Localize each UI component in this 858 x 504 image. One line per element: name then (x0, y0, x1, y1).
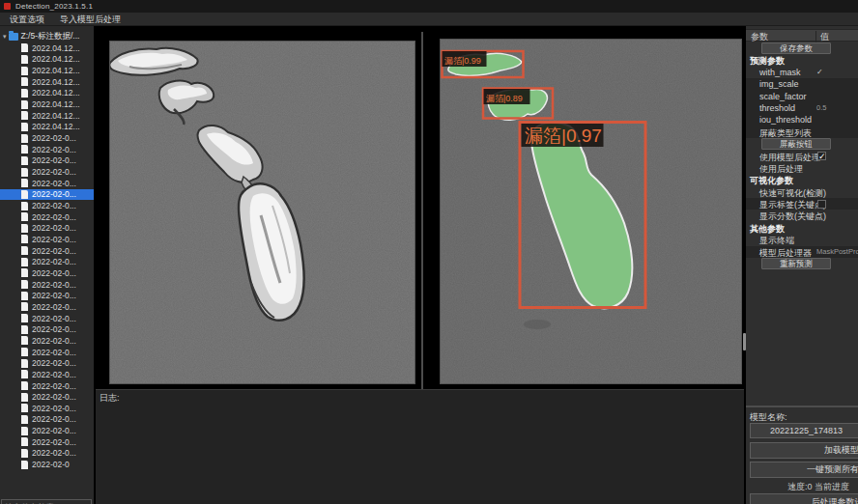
tree-file-item[interactable]: 2022.04.12... (0, 54, 94, 66)
param-row[interactable]: img_scale (746, 78, 858, 90)
file-icon (21, 168, 28, 177)
folder-icon (9, 33, 18, 41)
menu-settings[interactable]: 设置选项 (2, 13, 52, 26)
param-row[interactable]: scale_factor (746, 91, 858, 102)
app-logo-icon (4, 3, 11, 10)
param-row[interactable]: 屏蔽按钮 (746, 138, 858, 150)
tree-file-item[interactable]: 2022-02-0... (0, 290, 94, 301)
param-row[interactable]: 模型后处理器 MaskPostProc (746, 246, 858, 258)
predict-all-button[interactable]: 一键预测所有图片 (750, 462, 858, 478)
tree-file-item[interactable]: 2022-02-0... (0, 369, 94, 380)
file-icon (21, 415, 28, 424)
tree-file-item[interactable]: 2022-02-0... (0, 380, 94, 392)
file-icon (21, 370, 28, 378)
expander-arrow-icon[interactable]: ▾ (3, 33, 7, 41)
param-row[interactable]: 使用模型后处理 (746, 151, 858, 162)
param-row[interactable]: 屏蔽类型列表 (746, 126, 858, 138)
tree-file-item[interactable]: 2022-02-0... (0, 347, 94, 358)
tree-file-item[interactable]: 2022.04.12... (0, 122, 94, 133)
title-bar: Detection_2023.1.5.1 (0, 0, 858, 13)
panel-splitter[interactable] (421, 32, 423, 401)
tree-file-item[interactable]: 2022.04.12... (0, 42, 94, 54)
tree-file-item[interactable]: 2022-02-0... (0, 414, 94, 426)
tree-file-item[interactable]: 2022-02-0... (0, 335, 94, 347)
tree-file-item[interactable]: 2022-02-0... (0, 425, 94, 436)
tree-file-item[interactable]: 2022-02-0... (0, 144, 94, 155)
tree-file-item[interactable]: 2022-02-0... (0, 313, 94, 324)
param-value: ✓ (816, 68, 823, 76)
load-model-button[interactable]: 加载模型 (750, 442, 858, 459)
tree-file-list: 2022.04.12... 2022.04.12... 2022.04.12..… (0, 42, 94, 497)
tree-file-item[interactable]: 2022.04.12... (0, 88, 94, 99)
tree-file-item[interactable]: 2022.04.12... (0, 65, 94, 76)
file-icon (21, 393, 28, 402)
filename-search-input[interactable] (1, 499, 92, 504)
tree-file-item[interactable]: 2022.04.12... (0, 98, 94, 110)
prediction-image-panel[interactable]: 漏箔|0.99 漏箔|0.89 漏箔|0.97 (440, 39, 742, 384)
tree-file-item[interactable]: 2022-02-0... (0, 234, 94, 245)
tree-file-item[interactable]: 2022-02-0... (0, 178, 94, 189)
postprocess-params-button[interactable]: 后处理参数设置 (750, 493, 858, 504)
tree-file-item[interactable]: 2022-02-0... (0, 267, 94, 279)
tree-file-item[interactable]: 2022-02-0 (0, 459, 94, 470)
file-icon (21, 67, 28, 75)
menu-import-postprocess[interactable]: 导入模型后处理 (52, 13, 129, 26)
file-icon (21, 268, 28, 277)
param-row[interactable]: 重新预测 (746, 258, 858, 269)
param-row[interactable]: 可视化参数 (746, 174, 858, 185)
tree-file-item[interactable]: 2022-02-0... (0, 279, 94, 291)
tree-file-item[interactable]: 2022-02-0... (0, 436, 94, 448)
tree-file-item[interactable]: 2022-02-0... (0, 189, 94, 201)
original-image-panel[interactable] (109, 41, 415, 384)
tree-file-item[interactable]: 2022-02-0... (0, 132, 94, 144)
file-icon (21, 190, 28, 199)
detection-label-3: 漏箔|0.97 (525, 126, 602, 146)
tree-file-item[interactable]: 2022-02-0... (0, 155, 94, 167)
file-icon (21, 292, 28, 300)
param-checkbox[interactable] (817, 200, 826, 209)
file-icon (21, 77, 28, 86)
tree-item-label: 2022-02-0... (32, 257, 76, 266)
param-row[interactable]: 快速可视化(检测) (746, 186, 858, 198)
tree-file-item[interactable]: 2022.04.12... (0, 76, 94, 88)
param-scrollbar-thumb[interactable] (743, 333, 746, 350)
param-row[interactable]: 预测参数 (746, 54, 858, 66)
tree-file-item[interactable]: 2022-02-0... (0, 391, 94, 403)
param-row[interactable]: 显示终端 (746, 234, 858, 245)
tree-item-label: 2022-02-0... (32, 426, 76, 435)
param-checkbox[interactable] (817, 152, 826, 160)
tree-item-label: 2022-02-0... (32, 437, 76, 447)
tree-item-label: 2022-02-0... (32, 324, 76, 334)
tree-file-item[interactable]: 2022-02-0... (0, 256, 94, 267)
tree-file-item[interactable]: 2022-02-0... (0, 223, 94, 235)
param-row[interactable]: iou_threshold (746, 114, 858, 126)
tree-file-item[interactable]: 2022-02-0... (0, 403, 94, 414)
param-label: 重新预测 (761, 258, 831, 269)
model-name-field[interactable]: 20221225_174813 (750, 423, 858, 438)
tree-file-item[interactable]: 2022-02-0... (0, 211, 94, 223)
tree-file-item[interactable]: 2022-02-0... (0, 301, 94, 313)
tree-root-node[interactable]: ▾ Z:/5-标注数据/... (0, 31, 79, 42)
param-row[interactable]: 显示分数(关键点) (746, 210, 858, 221)
tree-item-label: 2022.04.12... (32, 43, 80, 53)
detection-app-window: Detection_2023.1.5.1 设置选项 导入模型后处理 ▾ Z:/5… (0, 0, 858, 504)
tree-item-label: 2022-02-0... (32, 179, 76, 188)
tree-file-item[interactable]: 2022-02-0... (0, 323, 94, 335)
tree-item-label: 2022-02-0... (32, 370, 76, 379)
tree-item-label: 2022-02-0... (32, 280, 76, 290)
param-value: MaskPostProc (816, 247, 858, 256)
tree-file-item[interactable]: 2022-02-0... (0, 448, 94, 460)
param-row[interactable]: with_mask ✓ (746, 67, 858, 78)
tree-file-item[interactable]: 2022-02-0... (0, 357, 94, 369)
param-row[interactable]: threshold 0.5 (746, 102, 858, 114)
param-row[interactable]: 使用后处理 (746, 162, 858, 174)
tree-file-item[interactable]: 2022-02-0... (0, 200, 94, 211)
param-row[interactable]: 其他参数 (746, 222, 858, 234)
tree-file-item[interactable]: 2022-02-0... (0, 166, 94, 178)
tree-file-item[interactable]: 2022-02-0... (0, 245, 94, 257)
tree-file-item[interactable]: 2022.04.12... (0, 110, 94, 122)
tree-item-label: 2022.04.12... (32, 77, 80, 87)
tree-item-label: 2022-02-0 (32, 460, 70, 469)
param-row[interactable]: 保存参数 (746, 42, 858, 54)
param-row[interactable]: 显示标签(关键点) (746, 198, 858, 210)
